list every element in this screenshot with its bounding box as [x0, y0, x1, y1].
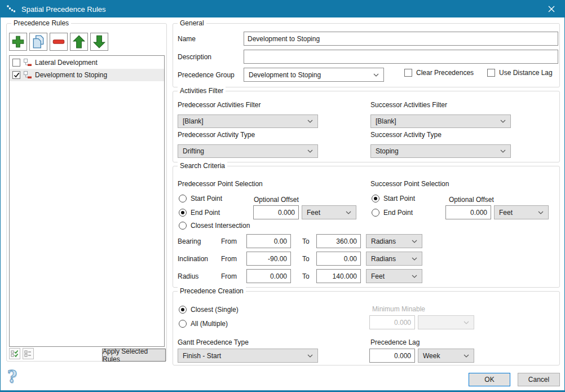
add-rule-button[interactable] — [9, 33, 27, 51]
chevron-down-icon — [373, 73, 379, 77]
predecessor-point-selection-label: Predecessor Point Selection — [178, 180, 263, 188]
bearing-to-input[interactable]: 360.00 — [316, 234, 361, 248]
group-label: General — [178, 19, 206, 27]
group-label: Search Criteria — [178, 162, 227, 170]
inclination-from-input[interactable]: -90.00 — [246, 252, 291, 266]
chevron-down-icon — [412, 257, 417, 261]
chevron-down-icon — [307, 120, 313, 123]
move-up-icon — [72, 34, 86, 49]
description-input[interactable] — [244, 50, 558, 64]
radio-all-multiple[interactable]: All (Multiple) — [179, 320, 228, 328]
radio-icon — [372, 195, 379, 202]
bearing-unit-select[interactable]: Radians — [366, 234, 422, 248]
rule-row-development-to-stoping[interactable]: Development to Stoping — [10, 69, 164, 81]
precedence-rule-icon — [23, 58, 32, 67]
cancel-button[interactable]: Cancel — [518, 373, 560, 386]
successor-point-selection-label: Successor Point Selection — [370, 180, 449, 188]
inclination-to-input[interactable]: 0.00 — [316, 252, 361, 266]
move-up-button[interactable] — [70, 33, 88, 51]
move-down-button[interactable] — [90, 33, 108, 51]
predecessor-offset-input[interactable]: 0.000 — [253, 205, 299, 219]
radio-predecessor-end-point[interactable]: End Point — [179, 209, 220, 217]
predecessor-activity-type-label: Predecessor Activity Type — [178, 131, 255, 139]
successor-activity-type-select[interactable]: Stoping — [370, 144, 511, 158]
radius-to-input[interactable]: 140.000 — [316, 269, 361, 283]
checkmark-icon — [14, 72, 20, 78]
check-all-icon — [11, 350, 19, 358]
radio-predecessor-closest-intersection[interactable]: Closest Intersection — [179, 222, 250, 230]
rule-checkbox[interactable] — [12, 59, 20, 67]
apply-selected-rules-button[interactable]: Apply Selected Rules — [102, 349, 166, 362]
inclination-label: Inclination — [178, 255, 208, 263]
to-label: To — [302, 272, 310, 280]
chevron-down-icon — [538, 211, 544, 214]
chevron-down-icon — [307, 354, 313, 358]
close-button[interactable] — [538, 1, 564, 17]
copy-rule-button[interactable] — [29, 33, 47, 51]
predecessor-offset-unit-select[interactable]: Feet — [302, 205, 356, 219]
remove-rule-button[interactable] — [50, 33, 68, 51]
successor-activities-filter-select[interactable]: [Blank] — [370, 114, 511, 128]
radio-successor-start-point[interactable]: Start Point — [372, 195, 415, 202]
chevron-down-icon — [464, 354, 469, 358]
group-label: Activities Filter — [178, 87, 226, 95]
description-label: Description — [178, 53, 211, 61]
check-all-button[interactable] — [9, 348, 20, 359]
radio-icon — [179, 195, 187, 202]
precedence-group-select[interactable]: Development to Stoping — [244, 68, 384, 82]
name-input[interactable]: Development to Stoping — [244, 32, 558, 46]
help-button[interactable]: ? — [7, 369, 17, 385]
window-title: Spatial Precedence Rules — [21, 5, 106, 14]
checkbox-icon — [404, 69, 412, 77]
predecessor-activities-filter-label: Predecessor Activities Filter — [178, 101, 261, 109]
successor-optional-offset-label: Optional Offset — [449, 196, 494, 204]
close-icon — [548, 6, 555, 12]
precedence-lag-input[interactable]: 0.000 — [369, 349, 415, 363]
radio-icon — [179, 306, 187, 314]
minimum-minable-input: 0.000 — [369, 315, 415, 329]
rules-list[interactable]: Lateral Development Development to Stopi… — [9, 55, 165, 347]
inclination-unit-select[interactable]: Radians — [366, 252, 422, 266]
bearing-from-input[interactable]: 0.00 — [246, 234, 291, 248]
predecessor-optional-offset-label: Optional Offset — [254, 196, 299, 204]
to-label: To — [302, 237, 310, 245]
titlebar: Spatial Precedence Rules — [1, 1, 564, 17]
radio-icon — [179, 222, 187, 230]
chevron-down-icon — [464, 321, 469, 324]
radio-predecessor-start-point[interactable]: Start Point — [179, 195, 222, 202]
precedence-rule-icon — [23, 71, 32, 80]
add-icon — [11, 34, 25, 49]
radio-successor-end-point[interactable]: End Point — [372, 209, 413, 217]
successor-offset-input[interactable]: 0.000 — [445, 205, 491, 219]
successor-activities-filter-label: Successor Activities Filter — [370, 101, 447, 109]
radio-closest-single[interactable]: Closest (Single) — [179, 306, 239, 314]
gantt-precedence-type-label: Gantt Precedence Type — [178, 338, 249, 346]
successor-offset-unit-select[interactable]: Feet — [494, 205, 549, 219]
group-label: Precedence Rules — [11, 19, 71, 27]
ok-button[interactable]: OK — [469, 373, 510, 386]
precedence-lag-label: Precedence Lag — [370, 338, 420, 346]
checkbox-icon — [487, 69, 495, 77]
copy-icon — [31, 34, 46, 49]
predecessor-activities-filter-select[interactable]: [Blank] — [178, 114, 318, 128]
radius-unit-select[interactable]: Feet — [366, 269, 422, 283]
rule-checkbox[interactable] — [12, 71, 20, 79]
radio-icon — [179, 209, 187, 217]
precedence-lag-unit-select[interactable]: Week — [418, 349, 474, 363]
chevron-down-icon — [412, 240, 417, 243]
gantt-precedence-type-select[interactable]: Finish - Start — [178, 349, 318, 363]
radius-from-input[interactable]: 0.000 — [246, 269, 291, 283]
rule-row-lateral-development[interactable]: Lateral Development — [10, 56, 164, 69]
uncheck-all-button[interactable] — [23, 348, 34, 359]
help-icon: ? — [7, 367, 17, 386]
rule-label: Development to Stoping — [35, 71, 107, 79]
radio-icon — [372, 209, 379, 217]
minimum-minable-label: Minimum Minable — [372, 305, 425, 313]
precedence-group-label: Precedence Group — [178, 71, 235, 79]
clear-precedences-checkbox[interactable]: Clear Precedences — [404, 69, 474, 77]
use-distance-lag-checkbox[interactable]: Use Distance Lag — [487, 69, 553, 77]
name-label: Name — [178, 35, 196, 43]
general-group: General Name Development to Stoping Desc… — [173, 23, 560, 87]
from-label: From — [221, 255, 237, 263]
predecessor-activity-type-select[interactable]: Drifting — [178, 144, 318, 158]
